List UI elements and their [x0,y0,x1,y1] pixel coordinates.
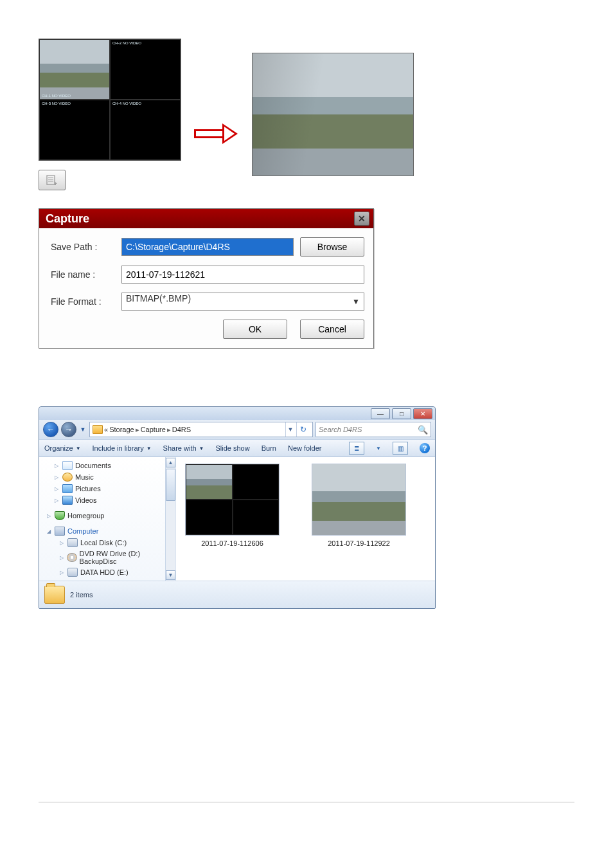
quad-cell-ch3: CH-3 NO VIDEO [39,100,110,160]
capture-dialog: Capture ✕ Save Path : Browse File name :… [39,208,374,348]
explorer-window: — □ ✕ ← → ▼ « Storage ▸ Capture ▸ D4RS ▼ [39,406,436,609]
file-name: 2011-07-19-112606 [201,539,263,547]
save-path-input[interactable] [121,238,294,256]
search-box[interactable]: Search D4RS 🔍 [315,422,431,437]
file-name-label: File name : [51,269,115,280]
nav-tree: ▷Documents ▷Music ▷Pictures ▷Videos ▷Hom… [39,457,176,581]
search-icon: 🔍 [418,425,428,435]
tree-scrollbar[interactable]: ▲ ▼ [165,457,175,581]
svg-rect-0 [47,176,55,185]
ch-label: CH-1 NO VIDEO [41,93,71,98]
tree-item-music[interactable]: ▷Music [44,471,173,483]
maximize-icon: □ [400,410,404,417]
toolbar-burn[interactable]: Burn [262,444,276,452]
quad-cell-ch1: CH-1 NO VIDEO [39,39,110,100]
folder-icon [93,425,103,434]
capture-icon [46,175,58,185]
address-dropdown[interactable]: ▼ [285,422,295,437]
view-mode-button[interactable]: ≣ [349,442,364,455]
scroll-thumb[interactable] [166,469,175,501]
explorer-toolbar: Organize▼ Include in library▼ Share with… [39,439,435,457]
file-name: 2011-07-19-112922 [328,539,390,547]
help-button[interactable]: ? [420,443,430,453]
quad-cell-ch2: CH-2 NO VIDEO [110,39,181,100]
ch-label: CH-3 NO VIDEO [41,101,71,106]
toolbar-slideshow[interactable]: Slide show [215,444,249,452]
tree-item-data-hdd[interactable]: ▷DATA HDD (E:) [44,566,173,578]
maximize-button[interactable]: □ [392,408,411,419]
view-mode-caret[interactable]: ▼ [376,446,381,451]
save-path-label: Save Path : [51,242,115,252]
file-name-input[interactable] [121,266,364,284]
cancel-button[interactable]: Cancel [300,320,364,339]
breadcrumb-item[interactable]: Capture [141,426,166,433]
folder-icon [44,586,65,604]
file-thumbnail [185,464,280,536]
camera-preview-strip: CH-1 NO VIDEO CH-2 NO VIDEO CH-3 NO VIDE… [39,39,574,190]
breadcrumb-item[interactable]: Storage [109,426,134,433]
tree-item-documents[interactable]: ▷Documents [44,460,173,471]
refresh-icon: ↻ [300,425,306,434]
scroll-down-icon[interactable]: ▼ [166,570,175,580]
tree-item-local-disk[interactable]: ▷Local Disk (C:) [44,537,173,548]
preview-pane-button[interactable]: ▥ [393,442,408,455]
chevron-down-icon: ▼ [352,297,360,306]
file-item[interactable]: 2011-07-19-112922 [312,464,406,574]
tree-item-pictures[interactable]: ▷Pictures [44,483,173,494]
toolbar-include[interactable]: Include in library▼ [93,444,152,452]
status-bar: 2 items [39,581,435,608]
dialog-title: Capture [46,212,89,226]
file-format-value: BITMAP(*.BMP) [126,293,191,303]
window-close-button[interactable]: ✕ [413,408,432,419]
right-arrow-icon [194,125,239,143]
nav-forward-button[interactable]: → [61,422,76,437]
close-icon: ✕ [420,410,425,417]
ch-label: CH-2 NO VIDEO [112,41,142,46]
file-list: 2011-07-19-112606 2011-07-19-112922 [176,457,435,581]
toolbar-organize[interactable]: Organize▼ [44,444,81,452]
page-rule [39,802,574,802]
breadcrumb-pre: « [104,426,108,433]
toolbar-share[interactable]: Share with▼ [163,444,204,452]
refresh-button[interactable]: ↻ [296,422,310,437]
tree-item-computer[interactable]: ◢Computer [44,525,173,537]
file-thumbnail [312,464,406,536]
browse-button[interactable]: Browse [300,237,364,257]
ch-label: CH-4 NO VIDEO [112,101,142,106]
file-item[interactable]: 2011-07-19-112606 [185,464,280,574]
quad-view: CH-1 NO VIDEO CH-2 NO VIDEO CH-3 NO VIDE… [39,39,181,161]
toolbar-new-folder[interactable]: New folder [288,444,322,452]
close-icon: ✕ [358,213,366,224]
tree-item-videos[interactable]: ▷Videos [44,494,173,506]
dialog-close-button[interactable]: ✕ [354,212,369,226]
enlarged-camera-frame [252,53,414,176]
search-placeholder: Search D4RS [319,426,362,433]
arrow-indicator [188,86,245,143]
arrow-right-icon: → [65,425,73,434]
nav-back-button[interactable]: ← [43,422,58,437]
nav-history-dropdown[interactable]: ▼ [79,426,87,433]
breadcrumb-item[interactable]: D4RS [172,426,191,433]
quad-cell-ch4: CH-4 NO VIDEO [110,100,181,160]
tree-item-homegroup[interactable]: ▷Homegroup [44,510,173,521]
address-bar[interactable]: « Storage ▸ Capture ▸ D4RS ▼ ↻ [89,422,313,437]
file-format-select[interactable]: BITMAP(*.BMP) ▼ [121,293,364,311]
scroll-up-icon[interactable]: ▲ [166,458,175,467]
window-titlebar: — □ ✕ [39,407,435,420]
file-format-label: File Format : [51,296,115,307]
arrow-left-icon: ← [47,425,55,434]
minimize-button[interactable]: — [371,408,390,419]
capture-toolbar-button[interactable] [39,170,66,190]
ok-button[interactable]: OK [223,320,287,339]
tree-item-dvd[interactable]: ▷DVD RW Drive (D:) BackupDisc [44,548,173,566]
status-text: 2 items [70,591,93,599]
minimize-icon: — [377,410,384,417]
